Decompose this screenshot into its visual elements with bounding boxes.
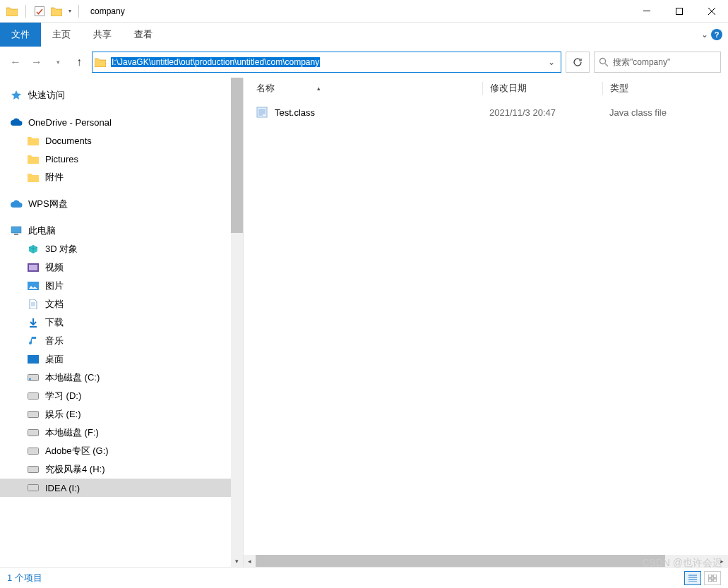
sidebar-item-drive-g[interactable]: Adobe专区 (G:) bbox=[0, 442, 243, 460]
sidebar-item-this-pc[interactable]: 此电脑 bbox=[0, 222, 243, 240]
svg-rect-0 bbox=[35, 6, 44, 16]
sidebar-item-pictures-pc[interactable]: 图片 bbox=[0, 277, 243, 295]
icons-view-button[interactable] bbox=[704, 571, 721, 585]
svg-rect-9 bbox=[30, 326, 37, 328]
details-view-button[interactable] bbox=[684, 571, 701, 585]
sidebar-item-music[interactable]: 音乐 bbox=[0, 332, 243, 350]
drive-icon bbox=[27, 372, 40, 383]
drive-icon bbox=[27, 409, 40, 420]
tab-share[interactable]: 共享 bbox=[82, 23, 123, 47]
svg-rect-14 bbox=[28, 412, 39, 418]
address-history-dropdown[interactable]: ⌄ bbox=[542, 57, 561, 67]
navigation-pane[interactable]: 快速访问 OneDrive - Personal Documents Pictu… bbox=[0, 78, 244, 567]
svg-rect-16 bbox=[28, 448, 39, 455]
svg-rect-13 bbox=[28, 393, 39, 400]
up-button[interactable]: ↑ bbox=[71, 54, 88, 71]
svg-rect-23 bbox=[713, 579, 717, 582]
separator bbox=[25, 5, 26, 18]
svg-rect-1 bbox=[643, 11, 650, 11]
column-type[interactable]: 类型 bbox=[602, 82, 728, 95]
scrollbar-thumb[interactable] bbox=[231, 78, 243, 233]
search-input[interactable]: 搜索"company" bbox=[594, 52, 721, 73]
file-row[interactable]: Test.class 2021/11/3 20:47 Java class fi… bbox=[256, 103, 728, 121]
tab-view[interactable]: 查看 bbox=[123, 23, 164, 47]
svg-point-3 bbox=[600, 59, 606, 64]
sidebar-item-attachments[interactable]: 附件 bbox=[0, 168, 243, 186]
file-list-area: 名称 ▴ 修改日期 类型 Test.class 2021/11/3 20:47 … bbox=[244, 78, 728, 567]
sidebar-item-drive-d[interactable]: 学习 (D:) bbox=[0, 387, 243, 405]
refresh-button[interactable] bbox=[566, 52, 590, 73]
sidebar-item-documents-pc[interactable]: 文档 bbox=[0, 295, 243, 313]
drive-icon bbox=[27, 482, 40, 493]
address-bar[interactable]: I:\JavaGK\untitled\out\production\untitl… bbox=[92, 52, 561, 73]
sidebar-item-documents[interactable]: Documents bbox=[0, 131, 243, 150]
drive-icon bbox=[27, 427, 40, 438]
download-icon bbox=[27, 317, 40, 328]
folder-icon bbox=[27, 135, 40, 146]
svg-rect-10 bbox=[28, 355, 39, 364]
svg-rect-2 bbox=[676, 8, 683, 14]
sidebar-item-drive-e[interactable]: 娱乐 (E:) bbox=[0, 405, 243, 424]
svg-rect-5 bbox=[14, 234, 18, 235]
watermark: CSDN @也许会迟 bbox=[642, 557, 722, 570]
sidebar-item-quick-access[interactable]: 快速访问 bbox=[0, 86, 243, 104]
help-icon[interactable]: ? bbox=[711, 29, 722, 40]
nav-scrollbar[interactable]: ▾ bbox=[231, 78, 243, 567]
window-title: company bbox=[90, 6, 125, 16]
back-button[interactable]: ← bbox=[7, 54, 24, 71]
cube-icon bbox=[27, 244, 40, 255]
sidebar-item-videos[interactable]: 视频 bbox=[0, 258, 243, 277]
sidebar-item-downloads[interactable]: 下载 bbox=[0, 313, 243, 332]
svg-rect-8 bbox=[28, 282, 39, 290]
scrollbar-thumb[interactable] bbox=[256, 555, 665, 567]
forward-button[interactable]: → bbox=[28, 54, 45, 71]
column-headers[interactable]: 名称 ▴ 修改日期 类型 bbox=[244, 78, 728, 99]
folder-icon bbox=[6, 5, 18, 18]
ribbon-collapse-icon[interactable]: ⌄ bbox=[701, 30, 708, 40]
column-name[interactable]: 名称 bbox=[256, 82, 275, 95]
svg-rect-17 bbox=[28, 467, 39, 473]
sidebar-item-drive-h[interactable]: 究极风暴4 (H:) bbox=[0, 460, 243, 479]
scroll-down-icon[interactable]: ▾ bbox=[231, 555, 243, 567]
tab-home[interactable]: 主页 bbox=[41, 23, 82, 47]
sidebar-item-desktop[interactable]: 桌面 bbox=[0, 350, 243, 368]
video-icon bbox=[27, 262, 40, 273]
sidebar-item-3d-objects[interactable]: 3D 对象 bbox=[0, 240, 243, 258]
address-folder-icon bbox=[93, 57, 108, 67]
qat-dropdown-icon[interactable]: ▾ bbox=[68, 8, 71, 14]
svg-rect-12 bbox=[29, 378, 31, 380]
svg-rect-21 bbox=[713, 575, 717, 577]
folder-icon bbox=[27, 153, 40, 164]
status-text: 1 个项目 bbox=[7, 572, 42, 584]
desktop-icon bbox=[27, 354, 40, 365]
sidebar-item-onedrive[interactable]: OneDrive - Personal bbox=[0, 113, 243, 131]
file-date: 2021/11/3 20:47 bbox=[482, 107, 602, 118]
sort-indicator-icon: ▴ bbox=[317, 85, 321, 92]
cloud-icon bbox=[10, 198, 23, 210]
folder-small-icon[interactable] bbox=[50, 5, 63, 18]
address-path[interactable]: I:\JavaGK\untitled\out\production\untitl… bbox=[111, 57, 320, 67]
pictures-icon bbox=[27, 280, 40, 292]
file-name: Test.class bbox=[275, 107, 315, 118]
drive-icon bbox=[27, 464, 40, 475]
star-icon bbox=[10, 90, 23, 101]
tab-file[interactable]: 文件 bbox=[0, 23, 41, 47]
sidebar-item-pictures[interactable]: Pictures bbox=[0, 150, 243, 168]
properties-icon[interactable] bbox=[33, 5, 46, 18]
svg-rect-20 bbox=[708, 575, 712, 577]
sidebar-item-wps[interactable]: WPS网盘 bbox=[0, 195, 243, 213]
svg-rect-4 bbox=[11, 227, 21, 233]
recent-dropdown[interactable]: ▾ bbox=[49, 54, 66, 71]
separator bbox=[78, 5, 79, 18]
close-button[interactable] bbox=[696, 0, 728, 23]
drive-icon bbox=[27, 445, 40, 457]
maximize-button[interactable] bbox=[663, 0, 696, 23]
column-date[interactable]: 修改日期 bbox=[482, 82, 602, 95]
computer-icon bbox=[10, 225, 23, 236]
scroll-left-icon[interactable]: ◂ bbox=[244, 555, 256, 567]
sidebar-item-drive-i[interactable]: IDEA (I:) bbox=[0, 479, 243, 497]
sidebar-item-drive-f[interactable]: 本地磁盘 (F:) bbox=[0, 424, 243, 442]
sidebar-item-drive-c[interactable]: 本地磁盘 (C:) bbox=[0, 368, 243, 387]
minimize-button[interactable] bbox=[631, 0, 663, 23]
file-type: Java class file bbox=[602, 107, 728, 118]
